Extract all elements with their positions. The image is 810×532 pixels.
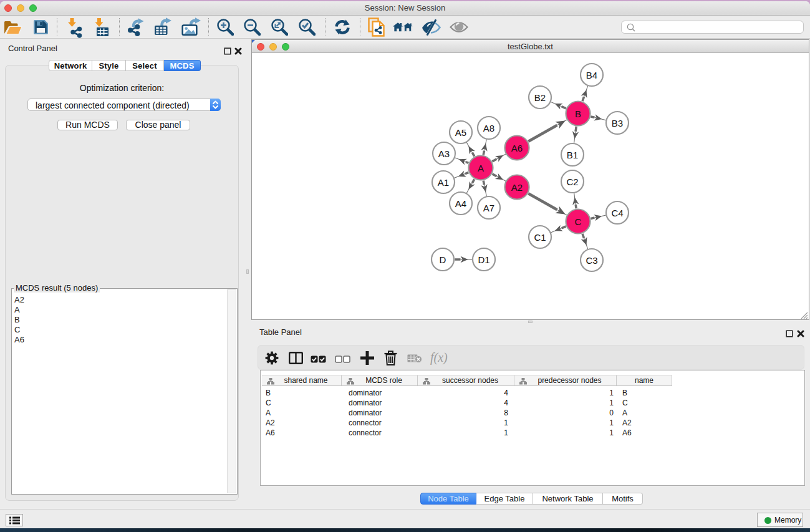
svg-text:B1: B1: [567, 150, 578, 160]
svg-text:C4: C4: [611, 208, 623, 218]
svg-text:A7: A7: [483, 203, 494, 213]
svg-text:D: D: [440, 254, 446, 265]
svg-text:C: C: [575, 216, 582, 227]
svg-text:A1: A1: [438, 177, 449, 188]
svg-text:A8: A8: [483, 123, 494, 133]
svg-text:A5: A5: [455, 127, 466, 138]
svg-text:A3: A3: [438, 148, 450, 159]
svg-text:C2: C2: [566, 177, 578, 187]
svg-text:D1: D1: [478, 254, 489, 265]
svg-text:A4: A4: [455, 198, 466, 209]
svg-text:B3: B3: [612, 118, 623, 128]
svg-text:A6: A6: [511, 143, 523, 153]
svg-text:A: A: [478, 163, 484, 173]
svg-text:C1: C1: [534, 232, 546, 243]
svg-text:C3: C3: [586, 255, 597, 266]
svg-text:A2: A2: [511, 182, 523, 193]
svg-text:B: B: [575, 109, 581, 119]
svg-text:B4: B4: [586, 70, 597, 80]
svg-text:B2: B2: [534, 92, 546, 103]
